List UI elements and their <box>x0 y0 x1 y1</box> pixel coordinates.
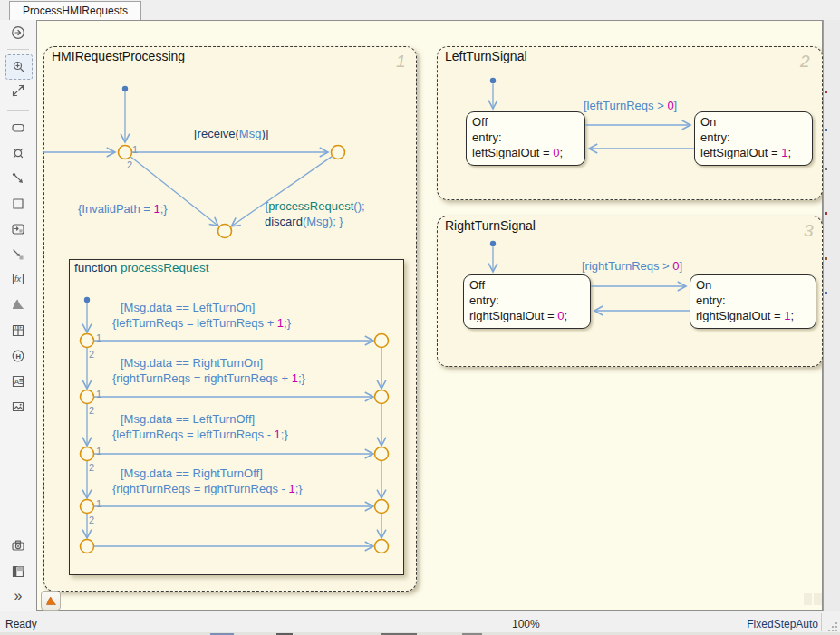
state-right-off[interactable]: Off entry: rightSignalOut = 0; <box>463 274 591 329</box>
link-arrow-icon <box>11 247 25 262</box>
transition-order-number: 2 <box>89 462 94 473</box>
matlab-function-tool-button[interactable]: fx <box>5 267 31 291</box>
stateflow-editor-window: ProcessHMIRequests <box>0 0 840 635</box>
box-icon <box>11 197 25 211</box>
box-tool-button[interactable] <box>5 192 31 216</box>
tab-process-hmi-requests[interactable]: ProcessHMIRequests <box>9 1 141 20</box>
transition-label-row3[interactable]: [Msg.data == LeftTurnOff] {leftTurnReqs … <box>112 412 288 442</box>
svg-text:F: F <box>20 325 23 330</box>
chart-title[interactable]: HMIRequestProcessing <box>52 49 185 63</box>
state-entry-keyword: entry: <box>472 130 579 145</box>
transition-order-number: 1 <box>96 446 101 457</box>
status-text: Ready <box>5 618 37 630</box>
chart-title[interactable]: RightTurnSignal <box>445 218 536 233</box>
state-left-off[interactable]: Off entry: leftSignalOut = 0; <box>466 111 585 166</box>
execution-order-badge: 2 <box>800 52 810 72</box>
chart-canvas[interactable]: HMIRequestProcessing 1 LeftTurnSignal 2 … <box>36 20 823 611</box>
toolbar-separator <box>7 49 29 50</box>
simulink-badge-button[interactable] <box>41 591 61 611</box>
svg-text:H: H <box>15 352 20 361</box>
truth-table-tool-button[interactable]: T F <box>5 319 31 342</box>
state-entry-keyword: entry: <box>700 130 806 145</box>
transition-label-invalid-path[interactable]: {InvalidPath = 1;} <box>78 201 168 216</box>
navigate-forward-icon <box>11 25 25 40</box>
state-tool-button[interactable] <box>5 116 31 140</box>
statusbar-divider <box>821 613 822 631</box>
transition-label-row4[interactable]: [Msg.data == RightTurnOff] {rightTurnReq… <box>112 467 303 496</box>
zoom-level: 100% <box>512 618 540 630</box>
simulink-state-icon <box>11 222 25 236</box>
execution-order-badge: 1 <box>396 52 406 72</box>
annotation-icon: A <box>11 374 25 389</box>
zoom-in-icon <box>12 60 26 74</box>
tab-title: ProcessHMIRequests <box>23 5 128 17</box>
transition-label-left-cond[interactable]: [leftTurnReqs > 0] <box>584 98 677 113</box>
state-entry-action: leftSignalOut = 1; <box>700 145 806 160</box>
transition-order-number: 1 <box>132 144 138 155</box>
window-layout-icon <box>11 564 25 579</box>
state-name: Off <box>472 114 579 130</box>
link-tool-button[interactable] <box>5 243 31 266</box>
image-icon <box>11 399 25 414</box>
svg-text:fx: fx <box>14 274 22 284</box>
more-tools-button[interactable]: » <box>5 584 31 608</box>
state-name: On <box>700 114 806 130</box>
junction-icon <box>11 146 25 160</box>
execution-order-badge: 3 <box>804 221 814 241</box>
tab-bar: ProcessHMIRequests <box>0 0 840 20</box>
transition-arrow-icon <box>11 171 25 186</box>
navigate-forward-button[interactable] <box>5 21 31 44</box>
transition-label-row2[interactable]: [Msg.data == RightTurnOn] {rightTurnReqs… <box>112 356 305 386</box>
transition-order-number: 1 <box>96 498 101 509</box>
function-name: processRequest <box>121 261 209 274</box>
gutter-mark <box>825 257 827 260</box>
transition-order-number: 2 <box>89 405 94 416</box>
simulink-state-tool-button[interactable] <box>5 217 31 241</box>
state-entry-keyword: entry: <box>469 293 584 308</box>
screenshot-tool-button[interactable] <box>5 534 31 557</box>
state-icon <box>11 120 25 135</box>
state-entry-action: rightSignalOut = 0; <box>469 308 584 323</box>
state-left-on[interactable]: On entry: leftSignalOut = 1; <box>694 111 813 166</box>
image-tool-button[interactable] <box>5 395 31 419</box>
junction-tool-button[interactable] <box>5 141 31 165</box>
state-entry-action: leftSignalOut = 0; <box>472 145 579 160</box>
chart-title[interactable]: LeftTurnSignal <box>445 49 527 63</box>
transition-label-right-cond[interactable]: [rightTurnReqs > 0] <box>582 258 682 274</box>
state-name: Off <box>469 277 584 293</box>
matlab-function-icon: fx <box>11 272 25 286</box>
svg-text:T: T <box>14 325 17 330</box>
history-junction-tool-button[interactable]: H <box>5 344 31 368</box>
scroll-corner-mark <box>804 593 812 605</box>
camera-icon <box>11 538 25 553</box>
annotation-tool-button[interactable]: A <box>5 370 31 393</box>
gutter-mark <box>825 168 827 170</box>
state-name: On <box>696 277 810 293</box>
transition-label-receive[interactable]: [receive(Msg)] <box>194 126 268 141</box>
toolbar-separator <box>7 110 29 111</box>
function-title[interactable]: function processRequest <box>74 261 209 274</box>
status-bar: Ready 100% FixedStepAuto <box>0 611 840 635</box>
simulink-function-tool-button[interactable] <box>5 293 31 316</box>
resize-grip[interactable] <box>828 622 837 631</box>
transition-order-number: 1 <box>96 389 101 399</box>
transition-label-row1[interactable]: [Msg.data == LeftTurnOn] {leftTurnReqs =… <box>112 301 291 331</box>
zoom-region-button[interactable] <box>5 54 33 80</box>
double-chevron-icon: » <box>14 588 23 604</box>
gutter-mark <box>825 292 827 294</box>
gutter-mark <box>825 212 827 215</box>
gutter-mark <box>825 129 827 131</box>
truth-table-icon: T F <box>11 323 25 338</box>
membrane-logo-icon <box>11 297 25 312</box>
state-right-on[interactable]: On entry: rightSignalOut = 1; <box>690 274 816 329</box>
transition-label-process-request[interactable]: {processRequest(); discard(Msg); } <box>265 198 365 229</box>
layout-tool-button[interactable] <box>5 560 31 583</box>
palette-toolbar: fx T F H A <box>0 20 36 611</box>
solver-indicator[interactable]: FixedStepAuto <box>747 618 818 630</box>
transition-tool-button[interactable] <box>5 167 31 190</box>
svg-text:A: A <box>14 378 20 386</box>
fit-to-view-icon <box>11 83 25 98</box>
state-entry-keyword: entry: <box>696 293 810 308</box>
fit-to-view-button[interactable] <box>5 79 31 102</box>
right-edge-gutter <box>823 20 840 611</box>
